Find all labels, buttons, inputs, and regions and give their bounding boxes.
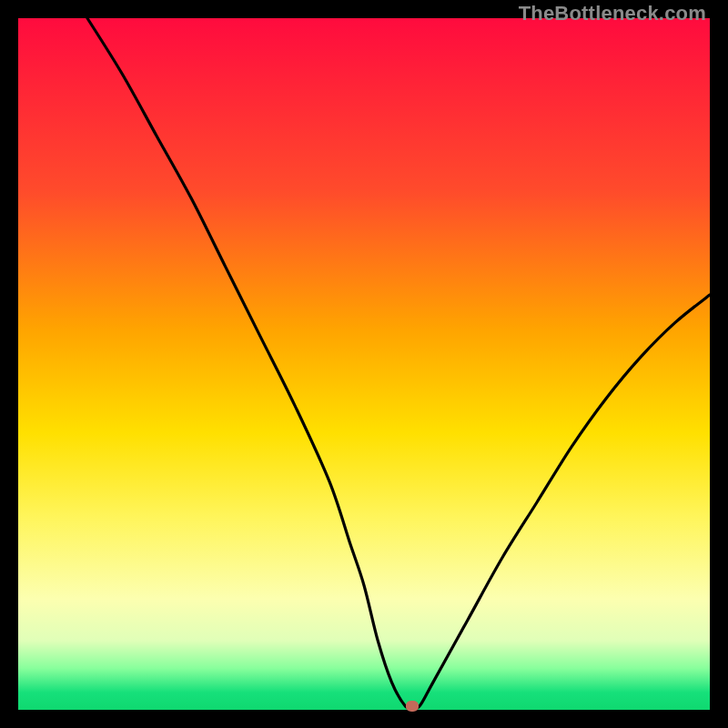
plot-area — [18, 18, 710, 710]
watermark-text: TheBottleneck.com — [519, 2, 706, 25]
bottleneck-curve — [18, 18, 710, 710]
chart-frame: TheBottleneck.com — [0, 0, 728, 728]
optimal-point-marker — [406, 701, 419, 712]
